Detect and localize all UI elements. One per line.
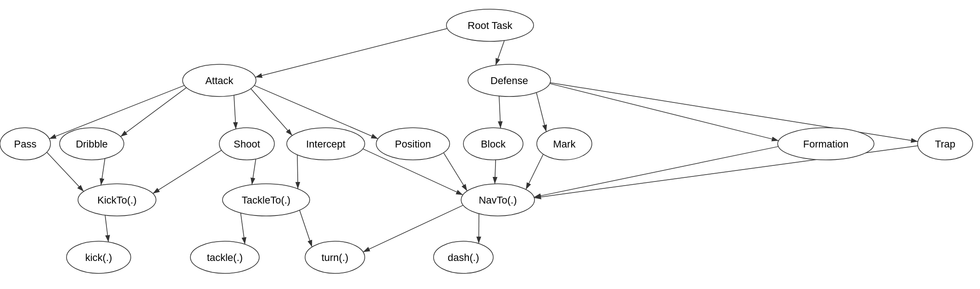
edge-tackleto-tackle — [240, 213, 245, 244]
label-block: Block — [481, 138, 506, 150]
node-dribble: Dribble — [60, 128, 124, 160]
node-root_task: Root Task — [446, 9, 534, 41]
edge-intercept-tackleto — [297, 155, 298, 189]
node-turn: turn(.) — [305, 241, 365, 273]
label-tackleto: TackleTo(.) — [242, 194, 290, 206]
label-dash: dash(.) — [448, 252, 479, 263]
node-shoot: Shoot — [219, 128, 274, 160]
label-turn: turn(.) — [322, 252, 349, 263]
label-position: Position — [395, 138, 431, 150]
label-navto: NavTo(.) — [479, 194, 517, 206]
task-tree-diagram: Root TaskAttackDefensePassDribbleShootIn… — [0, 0, 980, 289]
edge-shoot-kickto — [153, 150, 222, 193]
edge-defense-block — [499, 96, 501, 128]
label-dribble: Dribble — [76, 138, 108, 150]
label-formation: Formation — [803, 138, 848, 150]
edge-root_task-defense — [496, 40, 504, 65]
edge-root_task-attack — [255, 28, 447, 77]
edge-dribble-kickto — [101, 159, 105, 185]
label-intercept: Intercept — [306, 138, 345, 150]
label-shoot: Shoot — [234, 138, 260, 150]
node-formation: Formation — [778, 128, 874, 160]
node-pass: Pass — [0, 128, 50, 160]
label-tackle: tackle(.) — [207, 252, 243, 263]
node-block: Block — [463, 128, 523, 160]
label-kick: kick(.) — [85, 252, 112, 263]
edge-defense-mark — [536, 92, 546, 131]
edge-attack-shoot — [234, 95, 236, 129]
label-kickto: KickTo(.) — [97, 194, 137, 206]
edge-block-navto — [495, 160, 496, 184]
node-defense: Defense — [468, 64, 551, 96]
node-position: Position — [376, 128, 450, 160]
node-attack: Attack — [183, 64, 256, 96]
label-pass: Pass — [14, 138, 37, 150]
node-mark: Mark — [537, 128, 592, 160]
edge-attack-dribble — [121, 88, 187, 137]
node-navto: NavTo(.) — [461, 184, 535, 216]
node-trap: Trap — [918, 128, 973, 160]
edge-mark-navto — [526, 154, 543, 190]
label-trap: Trap — [935, 138, 955, 150]
node-tackleto: TackleTo(.) — [223, 184, 310, 216]
edge-defense-trap — [550, 83, 918, 142]
node-kick: kick(.) — [67, 241, 131, 273]
node-intercept: Intercept — [287, 128, 365, 160]
edge-position-navto — [444, 153, 467, 191]
edge-tackleto-turn — [300, 210, 312, 247]
edge-kickto-kick — [105, 215, 108, 242]
edge-defense-formation — [550, 84, 779, 141]
node-kickto: KickTo(.) — [78, 184, 156, 216]
node-tackle: tackle(.) — [190, 241, 259, 273]
nodes-group: Root TaskAttackDefensePassDribbleShootIn… — [0, 9, 973, 273]
label-attack: Attack — [205, 75, 234, 86]
label-mark: Mark — [553, 138, 576, 150]
node-dash: dash(.) — [434, 241, 493, 273]
edge-shoot-tackleto — [252, 159, 256, 185]
label-defense: Defense — [490, 75, 528, 86]
label-root_task: Root Task — [468, 20, 512, 31]
edge-attack-pass — [49, 85, 184, 139]
